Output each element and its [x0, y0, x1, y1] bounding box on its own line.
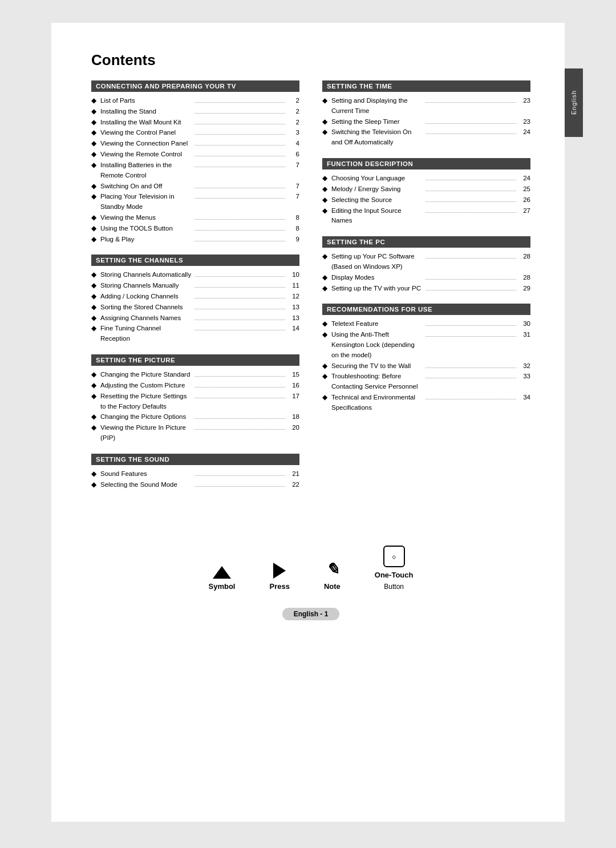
toc-section: SETTING THE PICTURE◆Changing the Picture… [91, 354, 299, 443]
section-items: ◆Teletext Feature30◆Using the Anti-Theft… [322, 318, 530, 413]
item-text: Securing the TV to the Wall [331, 361, 423, 371]
page-number: 16 [288, 381, 299, 391]
bullet-icon: ◆ [91, 95, 99, 106]
bullet-icon: ◆ [322, 173, 330, 184]
item-text: Fine Tuning Channel Reception [100, 324, 192, 344]
list-item: ◆Choosing Your Language24 [322, 173, 530, 184]
item-text: Editing the Input Source Names [331, 206, 423, 227]
bullet-icon: ◆ [322, 318, 330, 329]
bullet-icon: ◆ [91, 323, 99, 334]
side-tab: English [565, 68, 583, 137]
page-number: 11 [288, 281, 299, 291]
dot-leader [425, 378, 517, 378]
page-number: 18 [288, 412, 299, 422]
list-item: ◆Assigning Channels Names13 [91, 313, 299, 324]
page-number: 7 [288, 160, 299, 171]
list-item: ◆Melody / Energy Saving25 [322, 184, 530, 195]
bullet-icon: ◆ [322, 116, 330, 127]
dot-leader [194, 387, 286, 387]
note-icon: ✎ [326, 560, 339, 579]
item-text: Sound Features [100, 469, 192, 479]
page-number: 15 [288, 370, 299, 380]
section-header: SETTING THE PICTURE [91, 354, 299, 366]
item-text: Display Modes [331, 273, 423, 283]
legend-note: ✎ Note [324, 560, 341, 591]
list-item: ◆Editing the Input Source Names27 [322, 205, 530, 227]
toc-section: SETTING THE SOUND◆Sound Features21◆Selec… [91, 454, 299, 490]
bullet-icon: ◆ [91, 369, 99, 380]
dot-leader [425, 123, 517, 124]
toc-section: SETTING THE CHANNELS◆Storing Channels Au… [91, 255, 299, 344]
list-item: ◆Installing the Stand2 [91, 106, 299, 117]
dot-leader [194, 320, 286, 320]
legend-one-touch: ⬦ One-Touch Button [375, 546, 414, 591]
dot-leader [194, 376, 286, 377]
item-text: Troubleshooting: Before Contacting Servi… [331, 371, 423, 392]
section-header: FUNCTION DESCRIPTION [322, 158, 530, 169]
section-items: ◆Setting up Your PC Software (Based on W… [322, 251, 530, 293]
item-text: List of Parts [100, 96, 192, 106]
list-item: ◆Switching On and Off7 [91, 181, 299, 192]
bullet-icon: ◆ [91, 313, 99, 324]
page-title: Contents [91, 51, 530, 69]
bullet-icon: ◆ [91, 223, 99, 234]
list-item: ◆Troubleshooting: Before Contacting Serv… [322, 371, 530, 392]
dot-leader [194, 124, 286, 124]
legend-press: Press [270, 563, 290, 591]
list-item: ◆Viewing the Control Panel3 [91, 127, 299, 138]
item-text: Installing the Wall Mount Kit [100, 118, 192, 128]
item-text: Setting up the TV with your PC [331, 284, 423, 294]
list-item: ◆Securing the TV to the Wall32 [322, 361, 530, 371]
list-item: ◆Display Modes28 [322, 272, 530, 283]
list-item: ◆Selecting the Sound Mode22 [91, 479, 299, 490]
item-text: Viewing the Connection Panel [100, 139, 192, 149]
page-number: 3 [288, 128, 299, 138]
section-header: RECOMMENDATIONS FOR USE [322, 304, 530, 315]
item-text: Sorting the Stored Channels [100, 302, 192, 313]
section-header: SETTING THE PC [322, 236, 530, 248]
bullet-icon: ◆ [91, 138, 99, 149]
list-item: ◆Viewing the Picture In Picture (PIP)20 [91, 422, 299, 443]
bullet-icon: ◆ [322, 272, 330, 283]
section-items: ◆Storing Channels Automatically10◆Storin… [91, 269, 299, 344]
dot-leader [194, 188, 286, 188]
bullet-icon: ◆ [322, 361, 330, 371]
item-text: Placing Your Television in Standby Mode [100, 192, 192, 212]
item-text: Using the TOOLS Button [100, 224, 192, 234]
contents-grid: CONNECTING AND PREPARING YOUR TV◆List of… [91, 80, 530, 500]
legend-symbol-label: Symbol [209, 582, 236, 591]
dot-leader [425, 134, 517, 134]
list-item: ◆Viewing the Remote Control6 [91, 149, 299, 160]
dot-leader [194, 475, 286, 476]
toc-section: CONNECTING AND PREPARING YOUR TV◆List of… [91, 80, 299, 244]
list-item: ◆Changing the Picture Standard15 [91, 369, 299, 380]
toc-section: FUNCTION DESCRIPTION◆Choosing Your Langu… [322, 158, 530, 226]
dot-leader [194, 230, 286, 231]
bullet-icon: ◆ [322, 195, 330, 205]
item-text: Setting up Your PC Software (Based on Wi… [331, 252, 423, 272]
list-item: ◆Setting and Displaying the Current Time… [322, 95, 530, 116]
page-number: 12 [288, 292, 299, 302]
page-number: 7 [288, 192, 299, 202]
item-text: Installing the Stand [100, 107, 192, 117]
item-text: Technical and Environmental Specificatio… [331, 393, 423, 413]
item-text: Plug & Play [100, 235, 192, 245]
page-number: 2 [288, 107, 299, 117]
item-text: Teletext Feature [331, 319, 423, 329]
right-column: SETTING THE TIME◆Setting and Displaying … [322, 80, 530, 500]
item-text: Viewing the Picture In Picture (PIP) [100, 423, 192, 443]
legend-one-touch-label: One-Touch [375, 571, 414, 579]
list-item: ◆Storing Channels Manually11 [91, 280, 299, 291]
item-text: Changing the Picture Standard [100, 370, 192, 380]
section-items: ◆Choosing Your Language24◆Melody / Energ… [322, 173, 530, 226]
symbol-icon [213, 566, 231, 579]
section-items: ◆Sound Features21◆Selecting the Sound Mo… [91, 469, 299, 490]
bullet-icon: ◆ [91, 234, 99, 245]
list-item: ◆Fine Tuning Channel Reception14 [91, 323, 299, 344]
dot-leader [425, 212, 517, 213]
page-number: 4 [288, 139, 299, 149]
page-number: 34 [519, 393, 530, 403]
dot-leader [425, 399, 517, 399]
left-column: CONNECTING AND PREPARING YOUR TV◆List of… [91, 80, 299, 500]
bullet-icon: ◆ [322, 205, 330, 216]
